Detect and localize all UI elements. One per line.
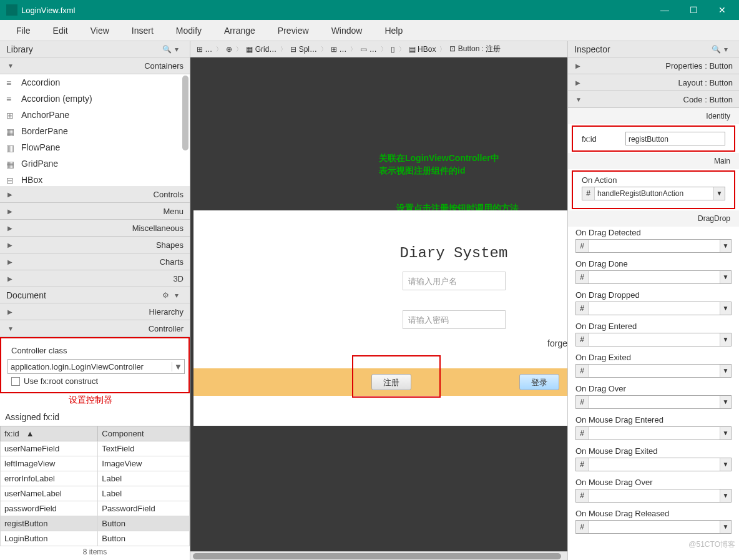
chevron-down-icon[interactable]: ▼ <box>720 489 731 502</box>
table-row[interactable]: passwordFieldPasswordField <box>1 501 190 516</box>
section-layout[interactable]: ▶Layout : Button <box>568 74 739 91</box>
bc-item[interactable]: ▦ Grid… <box>243 45 279 54</box>
login-button[interactable]: 登录 <box>519 374 559 390</box>
bc-item[interactable]: ⊞ … <box>328 45 349 54</box>
chevron-down-icon[interactable]: ▼ <box>720 427 731 440</box>
design-canvas[interactable]: 关联在LoginViewController中 表示视图注册组件的id 设置点击… <box>190 57 567 551</box>
selection-outline <box>352 355 441 398</box>
fxid-input[interactable]: registButton <box>625 132 725 145</box>
event-combo[interactable]: #▼ <box>575 426 732 440</box>
checkbox-icon[interactable] <box>11 377 20 386</box>
event-combo[interactable]: #▼ <box>575 270 732 284</box>
menu-window[interactable]: Window <box>320 20 374 41</box>
controller-class-value: application.login.LoginViewController <box>11 362 144 371</box>
titlebar: LoginView.fxml — ☐ ✕ <box>0 0 739 20</box>
chevron-down-icon[interactable]: ▼ <box>720 396 731 408</box>
username-field[interactable]: 请输入用户名 <box>403 272 506 290</box>
event-combo[interactable]: #▼ <box>575 489 732 503</box>
menu-help[interactable]: Help <box>373 20 414 41</box>
chevron-down-icon[interactable]: ▼ <box>720 365 731 377</box>
onaction-combo[interactable]: # handleRegistButtonAction ▼ <box>582 187 725 200</box>
event-label: On Mouse Drag Released <box>575 509 732 518</box>
search-icon[interactable]: 🔍 <box>162 45 171 54</box>
menu-modify[interactable]: Modify <box>165 20 213 41</box>
col-fxid[interactable]: fx:id ▲ <box>1 426 98 441</box>
menu-insert[interactable]: Insert <box>120 20 165 41</box>
chevron-down-icon[interactable]: ▼ <box>720 333 731 346</box>
bc-item[interactable]: ⊞ … <box>194 45 215 54</box>
event-combo[interactable]: #▼ <box>575 333 732 346</box>
chevron-down-icon[interactable]: ▼ <box>720 240 731 252</box>
section-charts[interactable]: ▶Charts <box>0 253 190 270</box>
bc-item[interactable]: ⊟ Spl… <box>288 45 320 54</box>
lib-item-accordion[interactable]: Accordion <box>0 74 190 91</box>
chevron-down-icon[interactable]: ▼ <box>720 458 731 471</box>
maximize-button[interactable]: ☐ <box>679 0 708 20</box>
menu-file[interactable]: File <box>5 20 42 41</box>
section-containers[interactable]: ▼Containers <box>0 57 190 74</box>
event-combo[interactable]: #▼ <box>575 458 732 471</box>
section-hierarchy[interactable]: ▶Hierarchy <box>0 303 190 320</box>
controller-class-box: Controller class application.login.Login… <box>0 337 190 393</box>
hash-icon: # <box>576 396 589 408</box>
section-code[interactable]: ▼Code : Button <box>568 91 739 108</box>
menu-icon[interactable]: ▾ <box>175 291 184 300</box>
table-row[interactable]: LoginButtonButton <box>1 531 190 546</box>
menu-edit[interactable]: Edit <box>42 20 79 41</box>
chevron-down-icon[interactable]: ▼ <box>172 362 184 371</box>
table-row[interactable]: userNameFieldTextField <box>1 441 190 456</box>
section-shapes[interactable]: ▶Shapes <box>0 237 190 253</box>
event-field: On Mouse Drag Exited#▼ <box>568 445 739 476</box>
close-button[interactable]: ✕ <box>708 0 737 20</box>
controller-class-combo[interactable]: application.login.LoginViewController ▼ <box>7 359 185 374</box>
event-combo[interactable]: #▼ <box>575 520 732 534</box>
event-combo[interactable]: #▼ <box>575 239 732 253</box>
gear-icon[interactable]: ⚙ <box>162 291 171 300</box>
menu-preview[interactable]: Preview <box>267 20 320 41</box>
event-field: On Drag Exited#▼ <box>568 351 739 383</box>
bc-item[interactable]: ⊡ Button : 注册 <box>447 44 503 54</box>
menu-view[interactable]: View <box>79 20 120 41</box>
chevron-down-icon[interactable]: ▼ <box>720 302 731 315</box>
table-row[interactable]: errorInfoLabelLabel <box>1 471 190 486</box>
lib-item-hbox[interactable]: HBox <box>0 172 190 186</box>
fxroot-checkbox[interactable]: Use fx:root construct <box>6 374 184 388</box>
event-combo[interactable]: #▼ <box>575 364 732 378</box>
section-misc[interactable]: ▶Miscellaneous <box>0 220 190 237</box>
event-combo[interactable]: #▼ <box>575 395 732 409</box>
section-3d[interactable]: ▶3D <box>0 270 190 287</box>
table-row[interactable]: leftImageViewImageView <box>1 456 190 471</box>
library-scrollbar[interactable] <box>182 76 188 150</box>
lib-item-accordion-empty[interactable]: Accordion (empty) <box>0 91 190 107</box>
menu-arrange[interactable]: Arrange <box>213 20 267 41</box>
chevron-down-icon[interactable]: ▼ <box>720 521 731 533</box>
section-controls[interactable]: ▶Controls <box>0 186 190 203</box>
bc-item[interactable]: ▭ … <box>358 45 379 54</box>
table-row[interactable]: userNameLabelLabel <box>1 486 190 501</box>
password-field[interactable]: 请输入密码 <box>403 310 506 329</box>
bc-item[interactable]: ▤ HBox <box>406 45 439 54</box>
chevron-down-icon[interactable]: ▼ <box>713 187 725 200</box>
lib-item-anchorpane[interactable]: AnchorPane <box>0 107 190 123</box>
section-controller[interactable]: ▼Controller <box>0 320 190 337</box>
menu-icon[interactable]: ▾ <box>175 45 184 54</box>
forget-link[interactable]: forge <box>547 338 567 348</box>
section-properties[interactable]: ▶Properties : Button <box>568 57 739 74</box>
inspector-header: Inspector 🔍 ▾ <box>568 41 739 57</box>
lib-item-borderpane[interactable]: BorderPane <box>0 123 190 139</box>
horizontal-scrollbar[interactable] <box>190 551 567 560</box>
col-component[interactable]: Component <box>98 426 190 441</box>
bc-item[interactable]: ▯ <box>388 45 398 54</box>
lib-item-gridpane[interactable]: GridPane <box>0 155 190 172</box>
flowpane-icon <box>6 143 17 152</box>
event-combo[interactable]: #▼ <box>575 302 732 315</box>
chevron-down-icon[interactable]: ▼ <box>720 271 731 283</box>
section-menu[interactable]: ▶Menu <box>0 203 190 220</box>
lib-item-flowpane[interactable]: FlowPane <box>0 139 190 155</box>
search-icon[interactable]: 🔍 <box>712 45 720 54</box>
bc-item[interactable]: ⊕ <box>223 45 235 54</box>
table-row[interactable]: registButtonButton <box>1 516 190 531</box>
minimize-button[interactable]: — <box>650 0 679 20</box>
scrollbar-thumb[interactable] <box>193 553 561 559</box>
menu-icon[interactable]: ▾ <box>724 45 733 54</box>
